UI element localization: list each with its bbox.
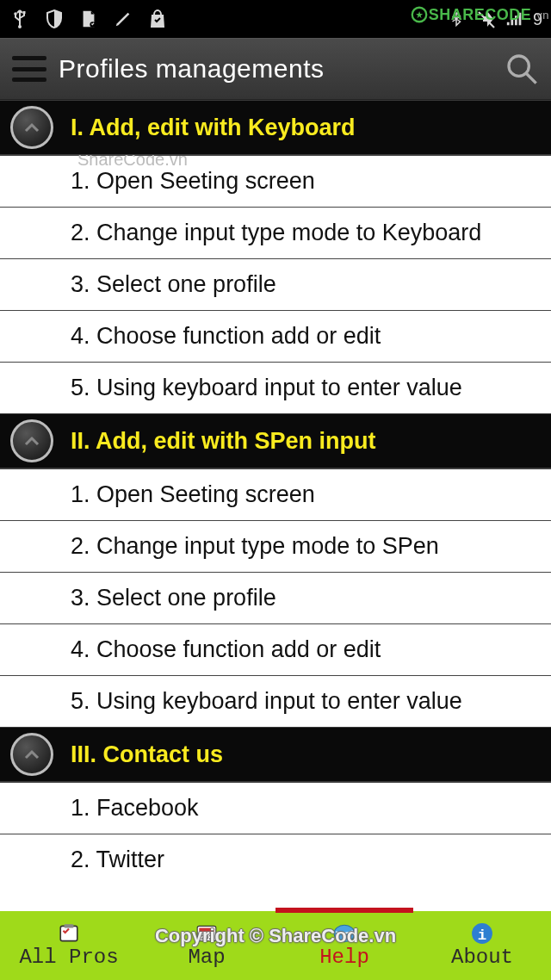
nav-label: Map [188,946,225,969]
help-step[interactable]: 3. Select one profile [0,258,551,310]
contact-item-twitter[interactable]: 2. Twitter [0,834,551,885]
app-title-bar: Profiles managements [0,38,551,100]
svg-rect-9 [199,928,214,932]
help-step[interactable]: 5. Using keyboard input to enter value [0,675,551,727]
svg-text:i: i [478,927,486,944]
search-button[interactable] [505,52,539,86]
help-step[interactable]: 4. Choose function add or edit [0,310,551,362]
help-step[interactable]: 2. Change input type mode to Keyboard [0,207,551,258]
nav-label: About [451,946,513,969]
android-status-bar: 9 SHARECODE.vn [0,0,551,38]
contact-item-facebook[interactable]: 1. Facebook [0,782,551,834]
svg-rect-1 [23,11,26,14]
usb-icon [9,8,31,30]
svg-text:292: 292 [201,934,213,941]
help-step[interactable]: 3. Select one profile [0,572,551,623]
bottom-nav: Copyright © ShareCode.vn All Pros 292 Ma… [0,911,551,980]
collapse-button[interactable] [10,106,53,149]
section-header-contact[interactable]: III. Contact us [0,727,551,782]
svg-rect-7 [65,924,74,927]
help-icon [331,922,357,945]
status-left-icons [5,8,169,30]
shield-icon [43,8,65,30]
help-step[interactable]: 2. Change input type mode to SPen [0,520,551,572]
svg-point-2 [14,12,17,16]
help-content: ShareCode.vn I. Add, edit with Keyboard … [0,100,551,911]
pencil-icon [112,8,134,30]
section-title: III. Contact us [71,741,223,768]
section-header-keyboard[interactable]: I. Add, edit with Keyboard [0,100,551,155]
nav-map[interactable]: 292 Map [138,911,276,980]
help-step[interactable]: 1. Open Seeting screen [0,155,551,207]
checklist-icon [56,922,82,945]
nav-label: All Pros [19,946,118,969]
collapse-button[interactable] [10,419,53,462]
document-icon [77,8,100,30]
menu-button[interactable] [12,56,46,82]
shopping-bag-icon [146,8,169,30]
nav-all-pros[interactable]: All Pros [0,911,138,980]
svg-rect-6 [60,926,77,940]
help-step[interactable]: 5. Using keyboard input to enter value [0,362,551,413]
info-icon: i [469,922,495,945]
help-step[interactable]: 1. Open Seeting screen [0,468,551,520]
section-title: II. Add, edit with SPen input [71,428,375,455]
collapse-button[interactable] [10,733,53,776]
map-icon: 292 [194,922,220,945]
section-title: I. Add, edit with Keyboard [71,115,356,141]
nav-help[interactable]: Help [276,911,413,980]
help-step[interactable]: 4. Choose function add or edit [0,623,551,675]
page-title: Profiles managements [59,54,498,84]
nav-label: Help [319,946,369,969]
nav-about[interactable]: i About [413,911,551,980]
svg-point-5 [509,56,529,76]
sharecode-watermark-logo: SHARECODE.vn [410,5,549,24]
svg-point-0 [18,25,22,28]
section-header-spen[interactable]: II. Add, edit with SPen input [0,413,551,468]
